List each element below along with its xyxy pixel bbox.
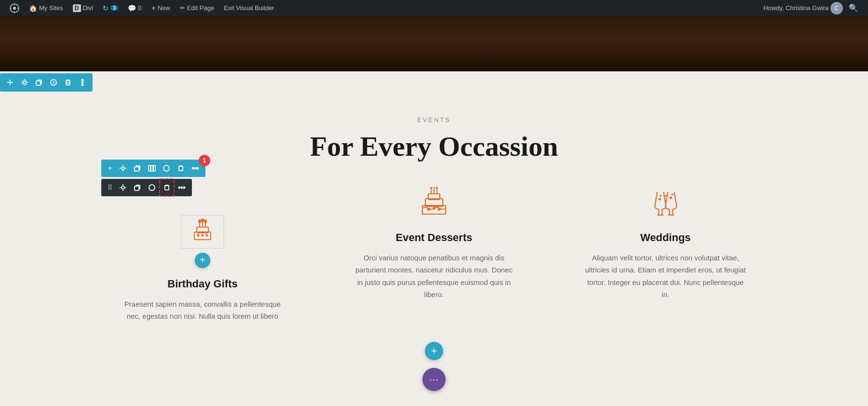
module-toolbar-dark: ⠿ (101, 179, 192, 196)
divi-label: Divi (83, 4, 94, 12)
hero-area (0, 16, 868, 71)
svg-rect-21 (149, 165, 150, 171)
svg-point-46 (206, 235, 208, 236)
edit-page-label: Edit Page (187, 4, 214, 12)
svg-point-42 (202, 219, 203, 222)
plus-icon: + (151, 4, 155, 13)
module-settings-btn2[interactable] (116, 178, 130, 197)
svg-point-60 (670, 197, 671, 199)
svg-rect-30 (135, 186, 139, 190)
cake-icon (420, 187, 448, 218)
svg-point-29 (122, 186, 124, 189)
greeting-text: Howdy, Christina Gwira (763, 4, 828, 12)
svg-point-19 (122, 167, 124, 170)
column-birthday: + 1 (96, 186, 309, 323)
svg-rect-9 (36, 81, 41, 85)
edit-page-button[interactable]: ✏ Edit Page (176, 0, 218, 16)
comments-button[interactable]: 💬 0 (124, 0, 145, 16)
row-toolbar (0, 73, 93, 92)
updates-icon: ↻ (103, 4, 108, 12)
updates-button[interactable]: ↻ 3 (99, 0, 122, 16)
svg-rect-20 (135, 167, 139, 171)
admin-bar: 🏠 My Sites D Divi ↻ 3 💬 0 + New ✏ Edit P… (0, 0, 868, 16)
options-button[interactable]: ··· (422, 368, 446, 391)
module-more-btn2[interactable] (175, 178, 189, 197)
exit-builder-button[interactable]: Exit Visual Builder (220, 0, 278, 16)
row-more-button[interactable] (75, 73, 90, 92)
comment-icon: 💬 (128, 4, 136, 12)
section-toolbar-green: + 1 (101, 160, 205, 177)
svg-line-12 (54, 82, 54, 83)
svg-point-24 (163, 165, 169, 171)
content-section: EVENTS For Every Occassion + (0, 87, 868, 406)
desserts-title: Event Desserts (396, 231, 473, 244)
new-button[interactable]: + New (147, 0, 174, 16)
my-sites-label: My Sites (39, 4, 63, 12)
svg-rect-32 (165, 186, 169, 190)
svg-point-43 (204, 220, 206, 223)
birthday-title: Birthday Gifts (167, 278, 237, 290)
row-delete-button[interactable] (61, 73, 75, 92)
svg-point-59 (660, 195, 661, 196)
section-columns-btn[interactable] (145, 159, 159, 177)
columns-grid: + 1 (96, 186, 772, 323)
module-add-button[interactable]: + (195, 253, 210, 268)
column-desserts: Event Desserts Orci varius natoque penat… (328, 186, 540, 323)
row-duplicate-button[interactable] (32, 73, 46, 92)
svg-point-16 (82, 80, 83, 81)
weddings-title: Weddings (640, 231, 691, 244)
module-toggle-btn2[interactable] (145, 178, 159, 197)
wordpress-logo[interactable] (6, 0, 23, 16)
divi-button[interactable]: D Divi (69, 0, 97, 16)
svg-point-41 (199, 220, 201, 223)
weddings-icon-container (650, 186, 681, 220)
svg-point-8 (23, 81, 26, 84)
svg-point-44 (198, 235, 199, 236)
avatar[interactable]: C (830, 2, 843, 14)
svg-rect-25 (179, 166, 183, 171)
divi-icon: D (73, 4, 81, 12)
row-settings-button[interactable] (17, 73, 32, 92)
section-toggle-btn[interactable] (159, 159, 174, 177)
svg-point-55 (438, 208, 440, 210)
notification-badge: 1 (199, 155, 210, 166)
birthday-text: Praesent sapien massa, convallis a pelle… (121, 298, 285, 323)
svg-point-28 (197, 167, 198, 169)
new-label: New (158, 4, 170, 12)
svg-point-18 (82, 84, 83, 86)
svg-point-31 (149, 185, 155, 190)
svg-point-54 (433, 207, 435, 209)
updates-count: 3 (110, 5, 118, 11)
desserts-text: Orci varius natoque penatibus et magnis … (352, 252, 516, 301)
svg-point-61 (672, 194, 673, 195)
comments-count: 0 (138, 4, 141, 12)
section-add-btn[interactable]: + (104, 159, 116, 177)
main-title: For Every Occassion (19, 131, 849, 162)
section-delete-btn[interactable] (174, 159, 188, 177)
svg-point-53 (428, 208, 430, 210)
section-settings-btn[interactable] (116, 159, 130, 177)
admin-bar-right: Howdy, Christina Gwira C 🔍 (763, 2, 862, 14)
row-add-button[interactable] (3, 73, 17, 92)
section-duplicate-btn[interactable] (130, 159, 145, 177)
row-toggle-button[interactable] (46, 73, 61, 92)
svg-point-17 (82, 82, 83, 83)
search-icon[interactable]: 🔍 (845, 3, 862, 13)
svg-point-27 (194, 167, 196, 169)
svg-point-34 (181, 187, 183, 188)
house-icon: 🏠 (29, 4, 37, 12)
column-weddings: Weddings Aliquam velit tortor, ultrices … (559, 186, 772, 323)
edit-icon: ✏ (180, 4, 185, 12)
events-label: EVENTS (19, 116, 849, 123)
my-sites-button[interactable]: 🏠 My Sites (25, 0, 67, 16)
champagne-icon (650, 187, 681, 218)
module-move-btn[interactable]: ⠿ (104, 178, 116, 197)
module-duplicate-btn2[interactable] (130, 178, 145, 197)
add-row-button[interactable]: + (425, 342, 443, 360)
birthday-cake-icon (190, 218, 215, 245)
module-delete-btn2[interactable] (159, 178, 175, 197)
svg-point-33 (179, 187, 180, 188)
svg-point-35 (184, 187, 185, 188)
svg-rect-23 (153, 165, 155, 171)
svg-point-45 (202, 235, 203, 236)
